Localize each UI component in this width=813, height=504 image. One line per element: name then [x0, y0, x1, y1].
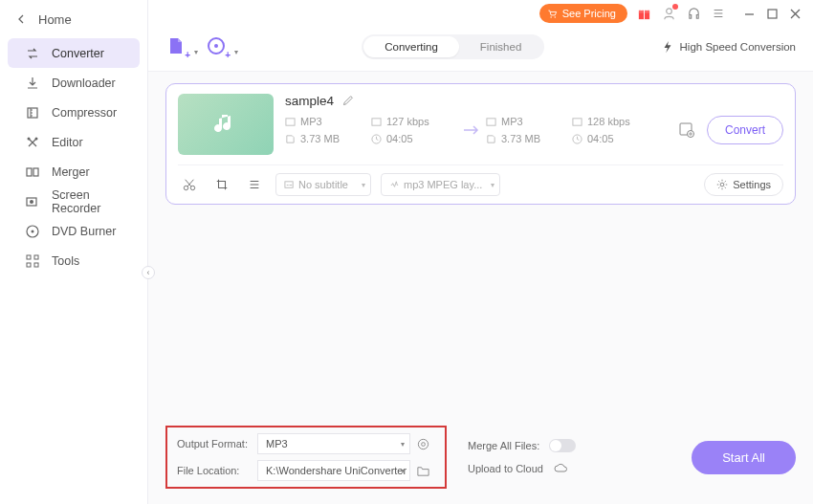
- rename-icon[interactable]: [341, 95, 354, 107]
- gear-icon: [716, 179, 728, 190]
- high-speed-label: High Speed Conversion: [680, 41, 796, 53]
- recorder-icon: [25, 194, 40, 209]
- gift-icon[interactable]: [635, 5, 652, 22]
- nav-label: Tools: [52, 254, 79, 268]
- home-label: Home: [38, 12, 72, 27]
- svg-point-20: [214, 44, 218, 48]
- more-icon[interactable]: [243, 173, 266, 196]
- src-size: 3.73 MB: [285, 133, 371, 144]
- svg-rect-11: [27, 263, 31, 267]
- svg-point-34: [422, 442, 426, 446]
- dvd-icon: [25, 224, 40, 239]
- compressor-icon: [25, 105, 40, 121]
- svg-point-14: [554, 16, 555, 17]
- nav-label: Editor: [52, 136, 83, 149]
- nav-converter[interactable]: Converter: [8, 38, 140, 68]
- open-folder-icon[interactable]: [416, 464, 435, 478]
- converter-icon: [25, 46, 40, 61]
- svg-rect-10: [34, 255, 38, 259]
- dst-size: 3.73 MB: [486, 133, 572, 144]
- src-format: MP3: [285, 116, 371, 127]
- settings-button[interactable]: Settings: [704, 173, 783, 196]
- nav-editor[interactable]: Editor: [8, 127, 140, 157]
- output-settings-box: Output Format: MP3▾ File Location: K:\Wo…: [165, 426, 447, 489]
- convert-button[interactable]: Convert: [707, 116, 783, 144]
- trim-icon[interactable]: [178, 173, 201, 196]
- disc-icon: [206, 35, 227, 56]
- svg-point-17: [666, 8, 671, 13]
- svg-point-33: [418, 439, 428, 449]
- nav-dvd-burner[interactable]: DVD Burner: [8, 216, 140, 246]
- crop-icon[interactable]: [210, 173, 233, 196]
- user-icon[interactable]: [660, 5, 677, 22]
- cloud-icon[interactable]: [553, 462, 568, 475]
- svg-point-2: [35, 137, 38, 140]
- output-format-label: Output Format:: [177, 438, 252, 449]
- svg-rect-24: [487, 118, 495, 124]
- file-name: sample4: [285, 94, 334, 108]
- pricing-label: See Pricing: [562, 8, 616, 19]
- svg-rect-25: [573, 118, 582, 124]
- svg-point-1: [28, 137, 31, 140]
- start-all-button[interactable]: Start All: [692, 441, 796, 474]
- nav-label: Converter: [52, 47, 104, 60]
- nav-downloader[interactable]: Downloader: [8, 68, 140, 98]
- svg-rect-3: [27, 168, 32, 176]
- file-thumbnail[interactable]: [178, 94, 274, 155]
- headset-icon[interactable]: [685, 5, 702, 22]
- subtitle-dropdown[interactable]: No subtitle▾: [275, 173, 371, 196]
- add-dvd-button[interactable]: +▾: [206, 35, 229, 58]
- audio-dropdown[interactable]: mp3 MPEG lay...▾: [381, 173, 500, 196]
- svg-rect-21: [286, 118, 295, 124]
- high-speed-toggle[interactable]: High Speed Conversion: [661, 40, 796, 54]
- toolbar: +▾ +▾ Converting Finished High Speed Con…: [148, 27, 813, 72]
- maximize-button[interactable]: [765, 7, 779, 20]
- file-list: sample4 MP3 3.73 MB 127 kbps 04:05: [148, 72, 813, 416]
- downloader-icon: [25, 76, 40, 91]
- home-nav[interactable]: Home: [0, 0, 147, 38]
- titlebar: See Pricing: [148, 0, 813, 27]
- nav-label: Compressor: [52, 106, 117, 120]
- nav-merger[interactable]: Merger: [8, 157, 140, 186]
- editor-icon: [25, 135, 40, 150]
- svg-rect-4: [33, 168, 38, 176]
- file-settings-icon[interactable]: [678, 121, 695, 139]
- nav-tools[interactable]: Tools: [8, 246, 140, 275]
- tools-icon: [25, 253, 40, 269]
- dst-format: MP3: [486, 116, 572, 127]
- back-icon: [17, 14, 27, 24]
- nav-label: Screen Recorder: [52, 188, 140, 215]
- tab-converting[interactable]: Converting: [363, 36, 459, 57]
- footer: Output Format: MP3▾ File Location: K:\Wo…: [148, 416, 813, 504]
- merge-label: Merge All Files:: [468, 440, 539, 451]
- merger-icon: [25, 164, 40, 180]
- svg-point-8: [32, 230, 34, 232]
- menu-icon[interactable]: [710, 5, 727, 22]
- add-file-button[interactable]: +▾: [165, 35, 188, 58]
- svg-rect-31: [285, 181, 293, 186]
- see-pricing-button[interactable]: See Pricing: [539, 4, 627, 23]
- close-button[interactable]: [788, 7, 802, 20]
- minimize-button[interactable]: [742, 7, 756, 20]
- sidebar-collapse[interactable]: ‹: [142, 266, 155, 279]
- upload-label: Upload to Cloud: [468, 463, 543, 474]
- svg-rect-18: [768, 10, 777, 18]
- svg-point-29: [184, 186, 187, 189]
- file-location-dropdown[interactable]: K:\Wondershare UniConverter 1▾: [257, 460, 410, 481]
- output-format-dropdown[interactable]: MP3▾: [257, 433, 410, 454]
- cart-icon: [547, 9, 558, 19]
- nav-screen-recorder[interactable]: Screen Recorder: [8, 186, 140, 216]
- svg-point-30: [190, 186, 194, 189]
- svg-rect-22: [372, 118, 381, 124]
- file-location-label: File Location:: [177, 465, 252, 476]
- dst-duration: 04:05: [572, 133, 658, 144]
- music-note-icon: [210, 109, 241, 140]
- window-controls: [742, 7, 802, 20]
- svg-rect-9: [27, 255, 31, 259]
- output-settings-icon[interactable]: [416, 437, 435, 451]
- tab-finished[interactable]: Finished: [459, 36, 542, 57]
- dst-bitrate: 128 kbps: [572, 116, 658, 127]
- nav-compressor[interactable]: Compressor: [8, 98, 140, 127]
- merge-toggle[interactable]: [549, 439, 576, 452]
- arrow-icon: [457, 123, 486, 137]
